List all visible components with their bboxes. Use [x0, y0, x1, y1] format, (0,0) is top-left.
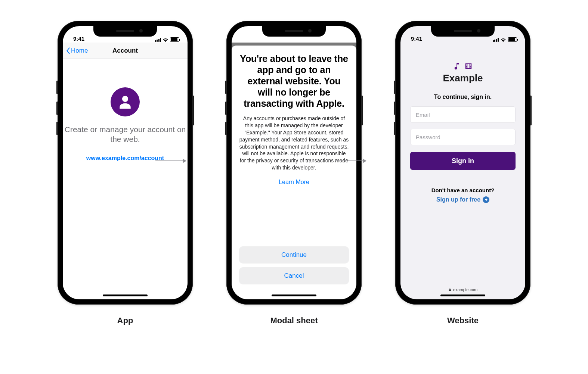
password-field[interactable]: Password: [410, 129, 516, 145]
nav-title: Account: [112, 47, 138, 54]
navigation-bar: Home Account: [63, 43, 188, 59]
email-field[interactable]: Email: [410, 106, 516, 123]
learn-more-link[interactable]: Learn More: [239, 179, 349, 186]
phone-frame-app: 9:41 Home Account: [58, 21, 193, 305]
phone-frame-website: 9:41 Example To continue, sign in. Email: [395, 21, 530, 305]
arrow-right-circle-icon: [483, 196, 489, 203]
battery-icon: [508, 37, 517, 42]
account-link[interactable]: www.example.com/account: [86, 155, 164, 162]
battery-icon: [170, 37, 179, 42]
cellular-icon: [493, 38, 499, 42]
home-indicator[interactable]: [103, 294, 148, 296]
cellular-icon: [324, 38, 330, 42]
device-notch: [431, 26, 495, 37]
modal-sheet: You're about to leave the app and go to …: [232, 46, 356, 299]
cellular-icon: [155, 38, 161, 42]
safari-url-bar[interactable]: example.com: [448, 287, 477, 292]
back-label: Home: [71, 47, 88, 54]
status-time: 9:41: [242, 35, 253, 42]
flow-arrow-icon: [155, 160, 186, 161]
signin-subtitle: To continue, sign in.: [434, 94, 492, 100]
battery-icon: [339, 37, 348, 42]
caption-website: Website: [447, 316, 479, 325]
modal-title: You're about to leave the app and go to …: [239, 53, 349, 109]
brand-name: Example: [443, 72, 483, 84]
film-icon: [464, 62, 473, 70]
wifi-icon: [331, 37, 337, 42]
no-account-label: Don't have an account?: [431, 187, 495, 193]
flow-arrow-icon: [335, 160, 366, 161]
status-time: 9:41: [73, 35, 84, 42]
brand-icons: [453, 62, 473, 70]
modal-body: Any accounts or purchases made outside o…: [239, 115, 349, 171]
wifi-icon: [163, 37, 168, 42]
device-notch: [262, 26, 326, 37]
lock-icon: [448, 288, 452, 292]
caption-modal: Modal sheet: [270, 316, 318, 325]
account-avatar-icon: [111, 87, 140, 116]
wifi-icon: [500, 37, 506, 42]
music-note-icon: [453, 62, 461, 70]
back-button[interactable]: Home: [66, 43, 88, 59]
home-indicator[interactable]: [272, 294, 316, 296]
signin-button[interactable]: Sign in: [410, 152, 516, 170]
cancel-button[interactable]: Cancel: [239, 267, 349, 284]
home-indicator[interactable]: [440, 294, 485, 296]
status-time: 9:41: [411, 35, 422, 42]
chevron-left-icon: [66, 47, 70, 54]
url-domain: example.com: [453, 287, 477, 292]
signup-link[interactable]: Sign up for free: [436, 196, 489, 203]
continue-button[interactable]: Continue: [239, 246, 349, 264]
phone-frame-modal: 9:41 You're about to leave the app and g…: [226, 21, 362, 305]
caption-app: App: [117, 316, 133, 325]
device-notch: [93, 26, 157, 37]
account-message: Create or manage your account on the web…: [63, 125, 188, 144]
